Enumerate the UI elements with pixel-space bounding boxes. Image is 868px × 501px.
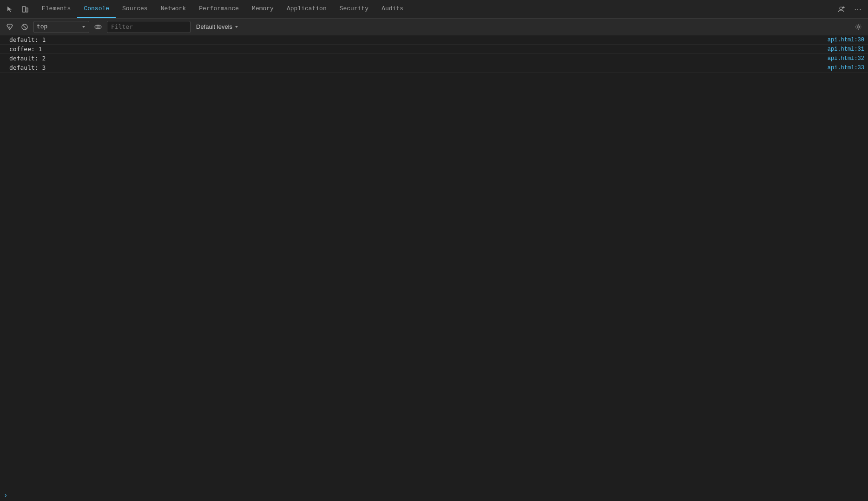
select-element-icon[interactable]: [4, 3, 17, 16]
console-log-source-2[interactable]: api.html:31: [828, 46, 864, 53]
tab-console[interactable]: Console: [77, 0, 116, 18]
devtools-window: Elements Console Sources Network Perform…: [0, 0, 868, 501]
svg-point-9: [97, 26, 99, 28]
console-prompt-area: ›: [0, 490, 868, 501]
console-body: default: 1 api.html:30 coffee: 1 api.htm…: [0, 35, 868, 501]
svg-rect-1: [26, 8, 28, 12]
context-selector[interactable]: top: [33, 21, 89, 33]
tab-performance[interactable]: Performance: [192, 0, 245, 18]
log-levels-button[interactable]: Default levels: [193, 21, 242, 33]
tab-application[interactable]: Application: [280, 0, 333, 18]
prompt-arrow-icon: ›: [4, 492, 7, 499]
svg-point-3: [843, 7, 844, 8]
console-log-line-4: default: 3 api.html:33: [0, 63, 868, 73]
svg-point-10: [857, 26, 860, 28]
console-log-text-2: coffee: 1: [9, 46, 824, 53]
top-nav-bar: Elements Console Sources Network Perform…: [0, 0, 868, 19]
device-toolbar-icon[interactable]: [19, 3, 32, 16]
console-log-text-3: default: 2: [9, 55, 824, 62]
console-log-line-3: default: 2 api.html:32: [0, 54, 868, 63]
nav-right-actions: ⋯: [835, 3, 864, 16]
tab-sources[interactable]: Sources: [116, 0, 154, 18]
console-log-line-1: default: 1 api.html:30: [0, 35, 868, 45]
filter-input[interactable]: [107, 21, 191, 33]
levels-chevron-icon: [234, 25, 239, 29]
console-log-source-1[interactable]: api.html:30: [828, 37, 864, 43]
no-preserve-log-button[interactable]: [19, 21, 31, 33]
tab-network[interactable]: Network: [154, 0, 193, 18]
svg-line-7: [23, 25, 27, 29]
clear-console-button[interactable]: [4, 21, 16, 33]
remote-devices-icon[interactable]: [835, 3, 848, 16]
live-expressions-button[interactable]: [92, 21, 104, 33]
tab-audits[interactable]: Audits: [375, 0, 410, 18]
tab-elements[interactable]: Elements: [35, 0, 77, 18]
console-log-text-4: default: 3: [9, 64, 824, 71]
console-repl-input[interactable]: [11, 492, 864, 499]
nav-icons-group: [4, 3, 32, 16]
nav-tabs: Elements Console Sources Network Perform…: [35, 0, 835, 18]
tab-security[interactable]: Security: [333, 0, 375, 18]
console-log-line-2: coffee: 1 api.html:31: [0, 45, 868, 54]
console-log-source-4[interactable]: api.html:33: [828, 65, 864, 71]
console-toolbar: top Default levels: [0, 19, 868, 35]
svg-point-2: [840, 7, 842, 10]
chevron-down-icon: [81, 25, 86, 29]
console-log-source-3[interactable]: api.html:32: [828, 55, 864, 62]
more-options-icon[interactable]: ⋯: [851, 3, 864, 16]
svg-rect-0: [22, 7, 26, 12]
console-log-text-1: default: 1: [9, 36, 824, 43]
tab-memory[interactable]: Memory: [245, 0, 280, 18]
console-settings-button[interactable]: [852, 21, 864, 33]
console-output: default: 1 api.html:30 coffee: 1 api.htm…: [0, 35, 868, 490]
